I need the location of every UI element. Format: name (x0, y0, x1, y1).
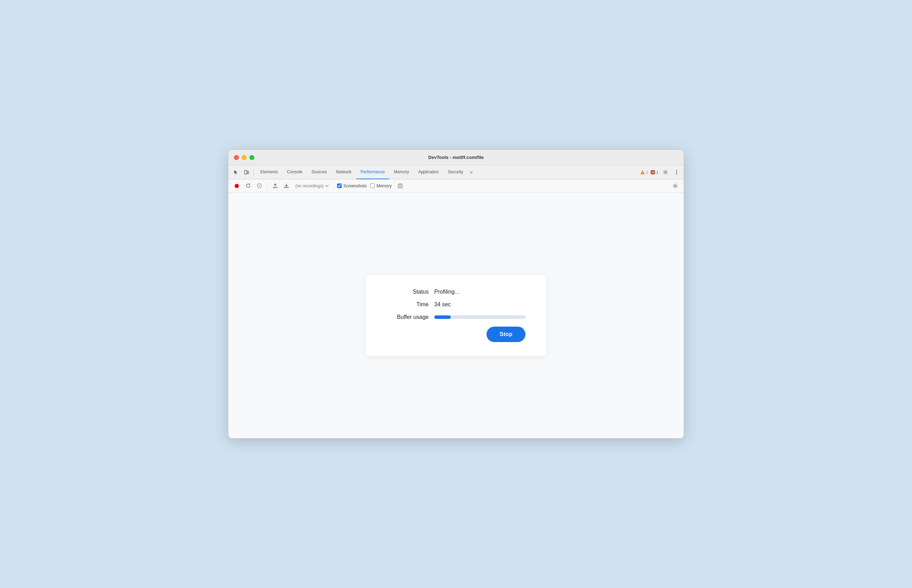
tab-console[interactable]: Console (283, 165, 307, 179)
svg-rect-1 (247, 171, 249, 174)
status-row: Status Profiling... (387, 289, 525, 295)
devtools-window: DevTools - motiff.com/file Elements Cons… (228, 149, 684, 439)
error-icon: ✕ (651, 170, 655, 175)
tab-elements[interactable]: Elements (256, 165, 282, 179)
svg-point-21 (675, 185, 676, 187)
dropdown-arrow-icon (325, 185, 329, 187)
toolbar-sep-1 (267, 183, 267, 189)
record-button[interactable] (232, 181, 242, 191)
warning-count: 1 (646, 170, 648, 174)
download-button[interactable] (281, 181, 291, 191)
clear-icon (257, 183, 262, 188)
toolbar-settings-button[interactable] (670, 181, 680, 191)
tab-sources[interactable]: Sources (307, 165, 331, 179)
cursor-icon (233, 170, 239, 175)
stop-button[interactable]: Stop (486, 326, 525, 342)
time-label: Time (387, 301, 429, 308)
memory-label: Memory (376, 184, 391, 188)
screenshots-checkbox[interactable] (337, 184, 342, 188)
error-badge[interactable]: ✕ 1 (651, 170, 659, 175)
svg-rect-0 (244, 171, 247, 174)
status-card: Status Profiling... Time 34 sec Buffer u… (365, 275, 547, 356)
memory-icon-button[interactable] (395, 181, 405, 191)
svg-marker-11 (249, 184, 250, 185)
tab-security[interactable]: Security (444, 165, 467, 179)
svg-point-9 (676, 173, 677, 174)
settings-button[interactable] (660, 167, 670, 177)
kebab-icon (676, 170, 677, 175)
tab-memory[interactable]: Memory (390, 165, 413, 179)
recordings-placeholder: (no recordings) (295, 184, 324, 188)
titlebar: DevTools - motiff.com/file (228, 150, 684, 165)
svg-point-6 (665, 171, 667, 173)
upload-button[interactable] (270, 181, 280, 191)
buffer-bar-fill (434, 315, 451, 319)
stop-button-row: Stop (387, 326, 525, 342)
warning-icon: ! (640, 170, 645, 175)
screenshots-checkbox-label[interactable]: Screenshots (337, 184, 367, 188)
download-icon (284, 183, 289, 188)
warning-badge[interactable]: ! 1 (640, 170, 648, 175)
reload-icon (245, 183, 251, 188)
time-value: 34 sec (434, 301, 451, 308)
performance-toolbar: (no recordings) Screenshots Memory (228, 179, 684, 192)
maximize-button[interactable] (249, 155, 254, 160)
time-row: Time 34 sec (387, 301, 525, 308)
error-count: 1 (656, 170, 659, 174)
svg-point-7 (676, 170, 677, 171)
memory-checkbox-label[interactable]: Memory (370, 184, 391, 188)
record-icon (234, 183, 240, 189)
close-button[interactable] (234, 155, 239, 160)
buffer-label: Buffer usage (387, 314, 429, 320)
settings-capture-icon (672, 183, 678, 189)
main-content: Status Profiling... Time 34 sec Buffer u… (228, 192, 684, 438)
garbage-collect-icon (397, 183, 403, 189)
upload-icon (273, 183, 278, 188)
device-icon (244, 170, 249, 175)
svg-text:✕: ✕ (651, 171, 654, 174)
gear-icon (663, 170, 668, 175)
toolbar-options: Screenshots Memory (337, 181, 405, 191)
tab-network[interactable]: Network (332, 165, 356, 179)
minimize-button[interactable] (242, 155, 247, 160)
screenshots-label: Screenshots (344, 184, 367, 188)
reload-record-button[interactable] (243, 181, 253, 191)
window-title: DevTools - motiff.com/file (428, 155, 484, 160)
buffer-row: Buffer usage (387, 314, 525, 320)
traffic-lights (234, 155, 254, 160)
svg-text:!: ! (642, 171, 643, 174)
tab-application[interactable]: Application (414, 165, 443, 179)
recordings-dropdown[interactable]: (no recordings) (292, 182, 331, 190)
tab-right-icons: ! 1 ✕ 1 (640, 167, 681, 177)
tab-overflow-button[interactable]: » (468, 165, 475, 179)
more-options-button[interactable] (672, 167, 681, 177)
device-toggle-button[interactable] (242, 167, 252, 177)
inspect-element-button[interactable] (231, 167, 241, 177)
svg-point-8 (676, 171, 677, 173)
memory-checkbox[interactable] (370, 184, 374, 188)
tab-separator-1 (253, 169, 254, 176)
buffer-bar-container (434, 315, 525, 319)
clear-button[interactable] (254, 181, 264, 191)
svg-point-10 (235, 184, 239, 188)
status-label: Status (387, 289, 429, 295)
status-value: Profiling... (434, 289, 459, 295)
tabbar: Elements Console Sources Network Perform… (228, 165, 684, 179)
tab-performance[interactable]: Performance (357, 165, 389, 179)
